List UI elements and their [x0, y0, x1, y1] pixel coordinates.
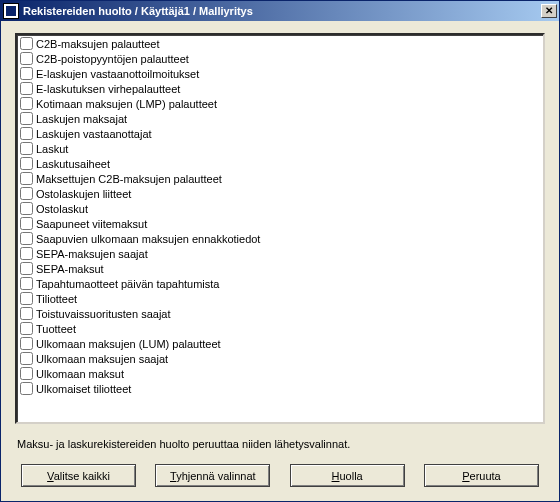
list-item[interactable]: Toistuvaissuoritusten saajat	[18, 306, 542, 321]
list-item-label: C2B-maksujen palautteet	[36, 38, 160, 50]
list-item-label: Ostolaskujen liitteet	[36, 188, 131, 200]
list-item-label: SEPA-maksujen saajat	[36, 248, 148, 260]
list-item-checkbox[interactable]	[20, 112, 33, 125]
list-item-label: Maksettujen C2B-maksujen palautteet	[36, 173, 222, 185]
list-item[interactable]: SEPA-maksut	[18, 261, 542, 276]
button-row: Valitse kaikki Tyhjennä valinnat Huolla …	[15, 464, 545, 491]
list-item-checkbox[interactable]	[20, 262, 33, 275]
list-item[interactable]: SEPA-maksujen saajat	[18, 246, 542, 261]
list-item-label: SEPA-maksut	[36, 263, 104, 275]
list-item-label: Laskutusaiheet	[36, 158, 110, 170]
list-item-label: Saapuneet viitemaksut	[36, 218, 147, 230]
list-item-checkbox[interactable]	[20, 307, 33, 320]
cancel-button[interactable]: Peruuta	[424, 464, 539, 487]
client-area: C2B-maksujen palautteetC2B-poistopyyntöj…	[1, 21, 559, 501]
list-item-label: Laskujen maksajat	[36, 113, 127, 125]
list-item-label: E-laskujen vastaanottoilmoitukset	[36, 68, 199, 80]
list-item-label: Kotimaan maksujen (LMP) palautteet	[36, 98, 217, 110]
list-item-label: Tuotteet	[36, 323, 76, 335]
list-item[interactable]: Ulkomaan maksujen (LUM) palautteet	[18, 336, 542, 351]
list-item[interactable]: Maksettujen C2B-maksujen palautteet	[18, 171, 542, 186]
list-item-label: Ostolaskut	[36, 203, 88, 215]
list-item[interactable]: Ostolaskujen liitteet	[18, 186, 542, 201]
list-item[interactable]: Laskut	[18, 141, 542, 156]
list-item-label: Ulkomaiset tiliotteet	[36, 383, 131, 395]
list-item-checkbox[interactable]	[20, 187, 33, 200]
list-item-checkbox[interactable]	[20, 352, 33, 365]
list-item[interactable]: E-laskutuksen virhepalautteet	[18, 81, 542, 96]
list-item-label: Tiliotteet	[36, 293, 77, 305]
list-item-label: Toistuvaissuoritusten saajat	[36, 308, 171, 320]
list-item-checkbox[interactable]	[20, 202, 33, 215]
list-item-checkbox[interactable]	[20, 232, 33, 245]
list-item-checkbox[interactable]	[20, 97, 33, 110]
list-item[interactable]: E-laskujen vastaanottoilmoitukset	[18, 66, 542, 81]
titlebar: Rekistereiden huolto / Käyttäjä1 / Malli…	[1, 1, 559, 21]
list-item[interactable]: Tuotteet	[18, 321, 542, 336]
list-item[interactable]: Ulkomaan maksujen saajat	[18, 351, 542, 366]
select-all-button[interactable]: Valitse kaikki	[21, 464, 136, 487]
app-icon	[3, 3, 19, 19]
list-item-checkbox[interactable]	[20, 367, 33, 380]
list-item-checkbox[interactable]	[20, 82, 33, 95]
note-text: Maksu- ja laskurekistereiden huolto peru…	[17, 438, 543, 450]
list-item-label: Saapuvien ulkomaan maksujen ennakkotiedo…	[36, 233, 260, 245]
list-item-checkbox[interactable]	[20, 217, 33, 230]
list-item[interactable]: C2B-poistopyyntöjen palautteet	[18, 51, 542, 66]
list-item-checkbox[interactable]	[20, 142, 33, 155]
list-item-label: Laskut	[36, 143, 68, 155]
list-item[interactable]: Laskutusaiheet	[18, 156, 542, 171]
list-item-checkbox[interactable]	[20, 337, 33, 350]
list-item-checkbox[interactable]	[20, 157, 33, 170]
clear-selection-button[interactable]: Tyhjennä valinnat	[155, 464, 270, 487]
list-item[interactable]: Ulkomaan maksut	[18, 366, 542, 381]
list-item-checkbox[interactable]	[20, 292, 33, 305]
list-item-label: Laskujen vastaanottajat	[36, 128, 152, 140]
list-item[interactable]: C2B-maksujen palautteet	[18, 36, 542, 51]
list-item-label: Ulkomaan maksut	[36, 368, 124, 380]
registry-list[interactable]: C2B-maksujen palautteetC2B-poistopyyntöj…	[15, 33, 545, 424]
list-item[interactable]: Tapahtumaotteet päivän tapahtumista	[18, 276, 542, 291]
list-item-label: E-laskutuksen virhepalautteet	[36, 83, 180, 95]
list-item[interactable]: Laskujen vastaanottajat	[18, 126, 542, 141]
list-item-checkbox[interactable]	[20, 277, 33, 290]
list-item-checkbox[interactable]	[20, 322, 33, 335]
window: Rekistereiden huolto / Käyttäjä1 / Malli…	[0, 0, 560, 502]
close-icon: ✕	[545, 6, 553, 16]
list-item-checkbox[interactable]	[20, 127, 33, 140]
list-item-checkbox[interactable]	[20, 247, 33, 260]
list-item[interactable]: Laskujen maksajat	[18, 111, 542, 126]
list-item-label: Ulkomaan maksujen saajat	[36, 353, 168, 365]
list-item-label: Tapahtumaotteet päivän tapahtumista	[36, 278, 219, 290]
list-item-checkbox[interactable]	[20, 67, 33, 80]
list-item-checkbox[interactable]	[20, 37, 33, 50]
list-item-checkbox[interactable]	[20, 52, 33, 65]
list-item[interactable]: Saapuvien ulkomaan maksujen ennakkotiedo…	[18, 231, 542, 246]
list-item-checkbox[interactable]	[20, 172, 33, 185]
list-item-label: C2B-poistopyyntöjen palautteet	[36, 53, 189, 65]
list-item[interactable]: Saapuneet viitemaksut	[18, 216, 542, 231]
list-item[interactable]: Ostolaskut	[18, 201, 542, 216]
maintain-button[interactable]: Huolla	[290, 464, 405, 487]
list-item[interactable]: Tiliotteet	[18, 291, 542, 306]
close-button[interactable]: ✕	[541, 4, 557, 18]
list-item-label: Ulkomaan maksujen (LUM) palautteet	[36, 338, 221, 350]
list-item-checkbox[interactable]	[20, 382, 33, 395]
list-item[interactable]: Ulkomaiset tiliotteet	[18, 381, 542, 396]
window-title: Rekistereiden huolto / Käyttäjä1 / Malli…	[23, 5, 541, 17]
list-item[interactable]: Kotimaan maksujen (LMP) palautteet	[18, 96, 542, 111]
